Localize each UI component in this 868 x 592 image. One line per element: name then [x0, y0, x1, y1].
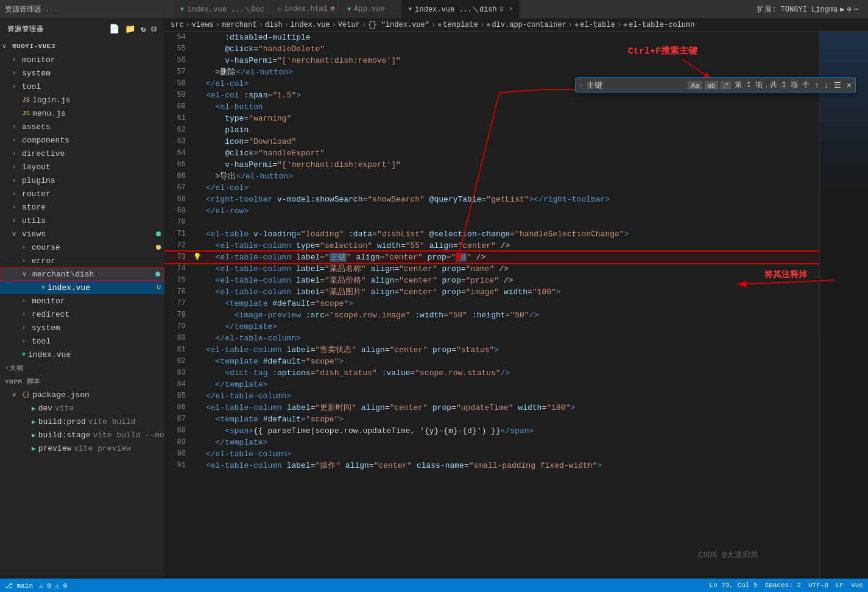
search-next-btn[interactable]: ↓	[822, 80, 830, 90]
sidebar-item-system[interactable]: › system	[0, 66, 164, 80]
status-lang[interactable]: Vue	[851, 582, 863, 589]
run-icon-build-stage[interactable]: ▶	[32, 431, 36, 439]
sidebar-item-merchant-dish[interactable]: v merchant\dish	[0, 267, 164, 281]
arrow-npm[interactable]: v	[5, 378, 9, 385]
bc-index-vue-obj[interactable]: {} "index.vue"	[368, 21, 429, 29]
sidebar-item-directive[interactable]: › directive	[0, 147, 164, 160]
sidebar-item-tool2[interactable]: › tool	[0, 334, 164, 348]
line-content-81: <el-table-column label="售卖状态" align="cen…	[203, 344, 819, 356]
sidebar-item-preview[interactable]: ▶ preview vite preview	[0, 442, 164, 455]
tongyi-play-icon[interactable]: ▶	[840, 5, 844, 14]
search-regex-btn[interactable]: .*	[721, 81, 731, 90]
label-router: router	[22, 189, 51, 199]
search-chevron[interactable]: ›	[579, 82, 584, 89]
sidebar-item-pkg-json[interactable]: v {} package.json	[0, 388, 164, 401]
search-close-btn[interactable]: ×	[847, 80, 852, 90]
tab-index-vue-doc[interactable]: ▼ index.vue ...＼Doc	[174, 0, 271, 18]
sidebar-item-menu-js[interactable]: JS menu.js	[0, 107, 164, 120]
sidebar-item-utils[interactable]: › utils	[0, 214, 164, 227]
sidebar-item-index-vue[interactable]: ▼ index.vue U	[0, 281, 164, 294]
line-num-78: 78	[164, 309, 192, 321]
code-line-89: 89 </template>	[164, 437, 819, 448]
code-line-66: 66 >导出</el-button>	[164, 171, 819, 182]
sidebar-item-system2[interactable]: › system	[0, 321, 164, 334]
sidebar-item-views[interactable]: v views	[0, 227, 164, 241]
arrow-merchant-dish: v	[23, 271, 32, 278]
sidebar-item-assets[interactable]: › assets	[0, 120, 164, 133]
line-num-72: 72	[164, 240, 192, 252]
line-num-61: 61	[164, 113, 192, 124]
sidebar-item-monitor[interactable]: › monitor	[0, 53, 164, 66]
tab-index-html[interactable]: ◇ index.html M	[271, 0, 341, 18]
bc-el-table-col-icon: ◈	[623, 20, 627, 29]
bc-src[interactable]: src	[171, 21, 184, 29]
bc-dish[interactable]: dish	[265, 21, 283, 29]
code-line-74: 74 <el-table-column label="菜品名称" align="…	[164, 263, 819, 275]
sidebar-item-build-prod[interactable]: ▶ build:prod vite build	[0, 415, 164, 428]
line-num-59: 59	[164, 90, 192, 101]
sidebar-item-components[interactable]: › components	[0, 133, 164, 147]
sidebar-item-plugins[interactable]: › plugins	[0, 174, 164, 187]
bc-div[interactable]: div.app-container	[492, 21, 566, 29]
tab-index-vue-dish[interactable]: ▼ index.vue ...＼dish U ×	[402, 0, 519, 18]
project-root[interactable]: v RUOYI-VUE3	[0, 40, 164, 53]
line-num-86: 86	[164, 402, 192, 414]
bc-views[interactable]: views	[192, 21, 214, 29]
sidebar-item-monitor2[interactable]: › monitor	[0, 294, 164, 308]
badge-course	[156, 245, 161, 250]
arrow-store: ›	[12, 204, 22, 211]
sidebar-item-tool[interactable]: › tool	[0, 80, 164, 93]
bc-el-table[interactable]: el-table	[580, 21, 615, 29]
line-num-56: 56	[164, 55, 192, 66]
sidebar-item-index-vue-root[interactable]: ▼ index.vue	[0, 348, 164, 361]
bc-merchant[interactable]: merchant	[222, 21, 257, 29]
sidebar-item-course[interactable]: › course	[0, 241, 164, 254]
bc-template[interactable]: template	[443, 21, 478, 29]
label-directive: directive	[22, 149, 65, 158]
search-input[interactable]	[587, 80, 684, 90]
value-dev: vite	[55, 404, 74, 413]
tongyi-record-icon[interactable]: ⊙	[847, 5, 852, 14]
arrow-monitor2: ›	[22, 298, 32, 305]
status-errors[interactable]: ⚠ 0 △ 0	[39, 582, 67, 590]
tab-close-4[interactable]: ×	[509, 6, 513, 13]
sidebar-item-build-stage[interactable]: ▶ build:stage vite build --mode...	[0, 428, 164, 442]
sidebar-item-login-js[interactable]: JS login.js	[0, 93, 164, 107]
sidebar-item-layout[interactable]: › layout	[0, 160, 164, 174]
collapse-icon[interactable]: ⊟	[152, 24, 157, 34]
sidebar-item-dev[interactable]: ▶ dev vite	[0, 401, 164, 415]
new-file-icon[interactable]: 📄	[109, 24, 120, 34]
code-line-57: 57 >删除</el-button>	[164, 66, 819, 78]
search-case-btn[interactable]: Aa	[688, 81, 702, 90]
bc-vetur[interactable]: Vetur	[338, 21, 360, 29]
line-num-54: 54	[164, 32, 192, 43]
tongyi-more-icon[interactable]: ⋯	[854, 5, 858, 14]
search-word-btn[interactable]: ab	[705, 81, 718, 90]
tab-app-vue[interactable]: ▼ App.vue	[341, 0, 402, 18]
sidebar-item-redirect[interactable]: › redirect	[0, 308, 164, 321]
run-icon-dev[interactable]: ▶	[32, 404, 36, 412]
code-line-73: 73 💡 <el-table-column label="主键" align="…	[164, 252, 819, 263]
code-editor[interactable]: 54 :disabled-multiple 55 @click="handleD…	[164, 32, 819, 579]
status-branch[interactable]: ⎇ main	[5, 582, 33, 590]
sidebar-item-router[interactable]: › router	[0, 187, 164, 200]
sidebar-item-store[interactable]: › store	[0, 200, 164, 214]
value-build-prod: vite build	[88, 417, 136, 426]
bc-el-table-column[interactable]: el-table-column	[629, 21, 694, 29]
code-line-86: 86 <el-table-column label="更新时间" align="…	[164, 402, 819, 414]
line-content-63: icon="Download"	[203, 136, 819, 147]
line-num-68: 68	[164, 194, 192, 205]
run-icon-preview[interactable]: ▶	[32, 445, 36, 453]
search-prev-btn[interactable]: ↑	[813, 80, 821, 90]
refresh-icon[interactable]: ↻	[141, 24, 146, 34]
line-num-82: 82	[164, 356, 192, 367]
new-folder-icon[interactable]: 📁	[125, 24, 136, 34]
sidebar-item-error[interactable]: › error	[0, 254, 164, 267]
tongyi-tab[interactable]: 扩展: TONGYI Lingma ▶ ⊙ ⋯	[752, 4, 863, 15]
bc-index-vue[interactable]: index.vue	[291, 21, 330, 29]
line-content-85: </el-table-column>	[203, 390, 819, 402]
label-redirect: redirect	[32, 310, 69, 319]
search-list-btn[interactable]: ☰	[832, 80, 843, 90]
run-icon-build-prod[interactable]: ▶	[32, 418, 36, 426]
line-content-54: :disabled-multiple	[203, 32, 819, 43]
